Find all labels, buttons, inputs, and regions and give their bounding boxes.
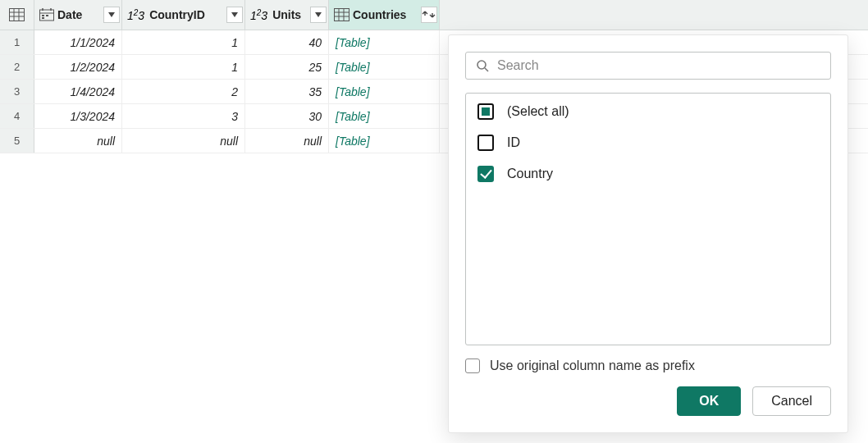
cell-countryid[interactable]: 1: [122, 55, 245, 79]
cell-countries[interactable]: [Table]: [329, 80, 440, 103]
svg-rect-0: [10, 9, 25, 21]
column-header-countryid[interactable]: 123 CountryID: [122, 0, 245, 30]
svg-rect-11: [42, 17, 44, 19]
column-header-units[interactable]: 123 Units: [245, 0, 329, 30]
column-name: CountryID: [149, 8, 223, 21]
dialog-buttons: OK Cancel: [465, 386, 831, 416]
row-number: 2: [0, 55, 34, 79]
cell-units[interactable]: 35: [245, 80, 329, 103]
filter-dropdown-countryid[interactable]: [226, 7, 243, 23]
cell-countryid[interactable]: 1: [122, 30, 245, 54]
table-icon: [334, 8, 349, 21]
checkbox-unchecked[interactable]: [477, 135, 494, 151]
prefix-label: Use original column name as prefix: [490, 359, 695, 373]
svg-line-18: [485, 68, 488, 71]
option-label: Country: [507, 167, 553, 181]
expand-button-countries[interactable]: [421, 7, 437, 23]
svg-point-17: [477, 61, 486, 69]
cell-countryid[interactable]: null: [122, 129, 245, 153]
checkbox-unchecked[interactable]: [465, 359, 480, 373]
cell-countries[interactable]: [Table]: [329, 129, 440, 153]
cell-countries[interactable]: [Table]: [329, 55, 440, 79]
option-label: (Select all): [507, 104, 569, 119]
cell-units[interactable]: 40: [245, 30, 329, 54]
cell-date[interactable]: 1/4/2024: [34, 80, 122, 103]
column-header-date[interactable]: Date: [34, 0, 122, 30]
prefix-option[interactable]: Use original column name as prefix: [465, 359, 831, 373]
expand-icon: [422, 9, 436, 21]
cell-date[interactable]: null: [34, 129, 122, 153]
row-number: 1: [0, 30, 34, 54]
ok-button[interactable]: OK: [677, 386, 741, 416]
option-label: ID: [507, 135, 520, 150]
cell-date[interactable]: 1/2/2024: [34, 55, 122, 79]
checkbox-checked[interactable]: [477, 166, 494, 182]
search-box[interactable]: [465, 52, 831, 80]
cell-countries[interactable]: [Table]: [329, 30, 440, 54]
cell-units[interactable]: null: [245, 129, 329, 153]
cell-units[interactable]: 30: [245, 104, 329, 128]
cell-countryid[interactable]: 3: [122, 104, 245, 128]
number-type-icon: 123: [250, 8, 267, 22]
table-icon: [9, 8, 25, 21]
search-input[interactable]: [497, 58, 820, 73]
column-name: Countries: [353, 8, 418, 21]
chevron-down-icon: [315, 12, 322, 17]
svg-rect-9: [42, 15, 44, 16]
chevron-down-icon: [108, 12, 115, 17]
cell-date[interactable]: 1/3/2024: [34, 104, 122, 128]
expand-column-popup: (Select all) ID Country Use original col…: [448, 34, 848, 433]
row-number: 4: [0, 104, 34, 128]
svg-rect-10: [46, 15, 48, 16]
column-headers: Date 123 CountryID 123 Units Countries: [0, 0, 868, 30]
cell-units[interactable]: 25: [245, 55, 329, 79]
search-icon: [476, 59, 489, 72]
filter-dropdown-units[interactable]: [310, 7, 327, 23]
column-name: Units: [272, 8, 307, 21]
row-number: 3: [0, 80, 34, 103]
columns-options: (Select all) ID Country: [465, 93, 831, 345]
cancel-button[interactable]: Cancel: [752, 386, 831, 416]
filter-dropdown-date[interactable]: [103, 7, 120, 23]
row-number: 5: [0, 129, 34, 153]
chevron-down-icon: [231, 12, 238, 17]
row-corner: [0, 0, 34, 30]
checkbox-indeterminate[interactable]: [477, 103, 494, 120]
cell-date[interactable]: 1/1/2024: [34, 30, 122, 54]
option-select-all[interactable]: (Select all): [477, 103, 819, 120]
column-header-countries[interactable]: Countries: [329, 0, 440, 30]
cell-countries[interactable]: [Table]: [329, 104, 440, 128]
calendar-icon: [39, 8, 54, 21]
column-name: Date: [57, 8, 100, 21]
cell-countryid[interactable]: 2: [122, 80, 245, 103]
svg-rect-12: [335, 9, 349, 21]
option-country[interactable]: Country: [477, 166, 819, 182]
number-type-icon: 123: [127, 8, 144, 22]
option-id[interactable]: ID: [477, 135, 819, 151]
